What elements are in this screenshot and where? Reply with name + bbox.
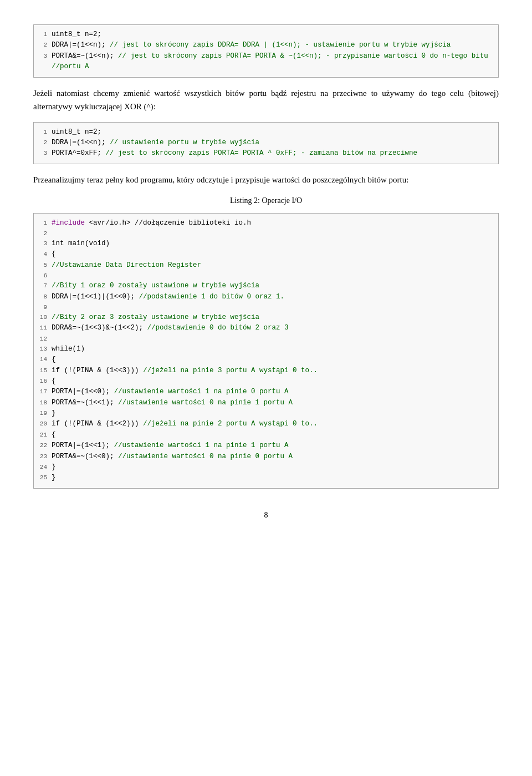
code-line: 17 PORTA|=(1<<0); //ustawienie wartości … (39, 387, 493, 397)
line-content: #include <avr/io.h> //dołączenie bibliot… (52, 218, 493, 229)
code-line: 6 (39, 271, 493, 281)
line-content: } (52, 473, 493, 483)
code-line: 18 PORTA&=~(1<<1); //ustawienie wartości… (39, 398, 493, 408)
line-number: 18 (39, 398, 52, 408)
line-content (52, 229, 493, 239)
line-number: 2 (39, 138, 52, 148)
code-line: 1uint8_t n=2; (39, 127, 493, 138)
code-line: 24 } (39, 462, 493, 473)
code-line: 16 { (39, 376, 493, 387)
line-content: if (!(PINA & (1<<3))) //jeżeli na pinie … (52, 366, 493, 376)
code-line: 1#include <avr/io.h> //dołączenie biblio… (39, 218, 493, 229)
code-line: 23 PORTA&=~(1<<0); //ustawienie wartości… (39, 452, 493, 462)
line-number: 3 (39, 148, 52, 159)
code-line: 20 if (!(PINA & (1<<2))) //jeżeli na pin… (39, 419, 493, 429)
prose-1: Jeżeli natomiast chcemy zmienić wartość … (33, 87, 499, 113)
line-number: 23 (39, 452, 52, 462)
line-content: if (!(PINA & (1<<2))) //jeżeli na pinie … (52, 419, 493, 429)
line-content: { (52, 430, 493, 440)
line-number: 11 (39, 323, 52, 333)
line-number: 14 (39, 354, 52, 365)
code-line: 2DDRA|=(1<<n); // ustawienie portu w try… (39, 138, 493, 148)
line-number: 13 (39, 344, 52, 354)
code-line: 5 //Ustawianie Data Direction Register (39, 260, 493, 271)
line-number: 19 (39, 408, 52, 419)
line-content: DDRA|=(1<<n); // jest to skrócony zapis … (52, 40, 493, 50)
line-number: 1 (39, 218, 52, 229)
code-line: 11 DDRA&=~(1<<3)&~(1<<2); //podstawienie… (39, 323, 493, 333)
line-content: DDRA|=(1<<n); // ustawienie portu w tryb… (52, 138, 493, 148)
line-number: 4 (39, 249, 52, 260)
line-content: PORTA&=~(1<<n); // jest to skrócony zapi… (52, 51, 493, 73)
line-number: 2 (39, 40, 52, 50)
line-number: 24 (39, 462, 52, 473)
code-line: 3PORTA^=0xFF; // jest to skrócony zapis … (39, 148, 493, 159)
line-content: } (52, 408, 493, 419)
line-number: 1 (39, 29, 52, 40)
page-content: 1uint8_t n=2;2DDRA|=(1<<n); // jest to s… (33, 24, 499, 520)
code-line: 13 while(1) (39, 344, 493, 354)
line-number: 20 (39, 419, 52, 429)
code-line: 12 (39, 334, 493, 344)
line-content: PORTA^=0xFF; // jest to skrócony zapis P… (52, 148, 493, 159)
prose-2: Przeanalizujmy teraz pełny kod programu,… (33, 173, 499, 186)
line-number: 2 (39, 229, 52, 239)
code-line: 15 if (!(PINA & (1<<3))) //jeżeli na pin… (39, 366, 493, 376)
code-line: 19 } (39, 408, 493, 419)
line-number: 21 (39, 430, 52, 440)
line-number: 12 (39, 334, 52, 344)
line-content (52, 334, 493, 344)
line-content: DDRA|=(1<<1)|(1<<0); //podstawienie 1 do… (52, 292, 493, 302)
code-line: 10 //Bity 2 oraz 3 zostały ustawione w t… (39, 312, 493, 323)
line-number: 10 (39, 312, 52, 323)
line-content: //Ustawianie Data Direction Register (52, 260, 493, 271)
line-number: 16 (39, 376, 52, 387)
line-number: 5 (39, 260, 52, 271)
line-content (52, 271, 493, 281)
code-line: 25 } (39, 473, 493, 483)
line-content: PORTA|=(1<<0); //ustawienie wartości 1 n… (52, 387, 493, 397)
line-number: 1 (39, 127, 52, 138)
line-number: 25 (39, 473, 52, 483)
line-content: PORTA&=~(1<<0); //ustawienie wartości 0 … (52, 452, 493, 462)
line-number: 9 (39, 302, 52, 312)
code-block-3: 1#include <avr/io.h> //dołączenie biblio… (33, 213, 499, 489)
line-content: uint8_t n=2; (52, 127, 493, 138)
listing-caption: Listing 2: Operacje I/O (33, 196, 499, 205)
code-line: 1uint8_t n=2; (39, 29, 493, 40)
code-line: 22 PORTA|=(1<<1); //ustawienie wartości … (39, 440, 493, 451)
code-line: 8 DDRA|=(1<<1)|(1<<0); //podstawienie 1 … (39, 292, 493, 302)
code-line: 14 { (39, 354, 493, 365)
code-line: 4{ (39, 249, 493, 260)
line-content: { (52, 354, 493, 365)
page-number: 8 (33, 511, 499, 520)
line-content: PORTA|=(1<<1); //ustawienie wartości 1 n… (52, 440, 493, 451)
code-line: 3PORTA&=~(1<<n); // jest to skrócony zap… (39, 51, 493, 73)
code-block-1: 1uint8_t n=2;2DDRA|=(1<<n); // jest to s… (33, 24, 499, 78)
code-line: 9 (39, 302, 493, 312)
line-content: //Bity 1 oraz 0 zostały ustawione w tryb… (52, 281, 493, 291)
line-content: { (52, 249, 493, 260)
line-number: 15 (39, 366, 52, 376)
line-number: 8 (39, 292, 52, 302)
line-number: 7 (39, 281, 52, 291)
line-content: { (52, 376, 493, 387)
line-number: 17 (39, 387, 52, 397)
code-line: 2 (39, 229, 493, 239)
line-number: 3 (39, 51, 52, 73)
code-line: 3int main(void) (39, 239, 493, 249)
line-number: 3 (39, 239, 52, 249)
line-content: PORTA&=~(1<<1); //ustawienie wartości 0 … (52, 398, 493, 408)
code-line: 7 //Bity 1 oraz 0 zostały ustawione w tr… (39, 281, 493, 291)
line-content: uint8_t n=2; (52, 29, 493, 40)
line-content: //Bity 2 oraz 3 zostały ustawione w tryb… (52, 312, 493, 323)
code-line: 21 { (39, 430, 493, 440)
line-content (52, 302, 493, 312)
line-content: DDRA&=~(1<<3)&~(1<<2); //podstawienie 0 … (52, 323, 493, 333)
line-number: 6 (39, 271, 52, 281)
line-content: int main(void) (52, 239, 493, 249)
line-content: } (52, 462, 493, 473)
line-content: while(1) (52, 344, 493, 354)
line-number: 22 (39, 440, 52, 451)
code-block-2: 1uint8_t n=2;2DDRA|=(1<<n); // ustawieni… (33, 122, 499, 164)
